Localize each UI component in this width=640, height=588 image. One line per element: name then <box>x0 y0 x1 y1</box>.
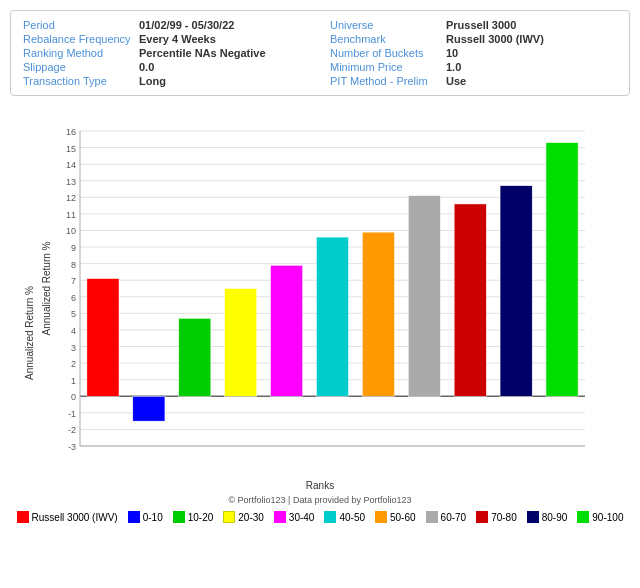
slippage-value: 0.0 <box>139 61 154 73</box>
svg-rect-41 <box>133 396 165 421</box>
svg-text:12: 12 <box>66 193 76 203</box>
x-axis-label: Ranks <box>306 480 334 491</box>
legend-label: 40-50 <box>339 512 365 523</box>
transaction-value: Long <box>139 75 166 87</box>
minprice-label: Minimum Price <box>330 61 440 73</box>
svg-text:10: 10 <box>66 226 76 236</box>
chart-legend: Russell 3000 (IWV)0-1010-2020-3030-4040-… <box>10 511 630 523</box>
svg-rect-50 <box>546 143 578 397</box>
period-row: Period 01/02/99 - 05/30/22 <box>23 19 310 31</box>
legend-color-box <box>173 511 185 523</box>
svg-rect-45 <box>316 237 348 396</box>
legend-label: Russell 3000 (IWV) <box>32 512 118 523</box>
legend-color-box <box>17 511 29 523</box>
legend-color-box <box>476 511 488 523</box>
svg-rect-43 <box>225 289 257 397</box>
legend-item: 80-90 <box>527 511 568 523</box>
svg-rect-49 <box>500 186 532 397</box>
chart-footer: © Portfolio123 | Data provided by Portfo… <box>10 495 630 505</box>
legend-label: 0-10 <box>143 512 163 523</box>
svg-rect-46 <box>362 232 394 396</box>
legend-color-box <box>324 511 336 523</box>
legend-color-box <box>426 511 438 523</box>
legend-item: Russell 3000 (IWV) <box>17 511 118 523</box>
svg-text:2: 2 <box>71 359 76 369</box>
svg-text:14: 14 <box>66 160 76 170</box>
svg-text:3: 3 <box>71 343 76 353</box>
bar-chart-svg: -3-2-1012345678910111213141516Annualized… <box>40 116 600 476</box>
svg-text:6: 6 <box>71 293 76 303</box>
slippage-row: Slippage 0.0 <box>23 61 310 73</box>
legend-item: 70-80 <box>476 511 517 523</box>
legend-color-box <box>128 511 140 523</box>
legend-item: 90-100 <box>577 511 623 523</box>
chart-svg-area: -3-2-1012345678910111213141516Annualized… <box>40 116 630 478</box>
legend-label: 10-20 <box>188 512 214 523</box>
legend-item: 30-40 <box>274 511 315 523</box>
period-label: Period <box>23 19 133 31</box>
legend-color-box <box>274 511 286 523</box>
pit-label: PIT Method - Prelim <box>330 75 440 87</box>
legend-label: 90-100 <box>592 512 623 523</box>
benchmark-value: Russell 3000 (IWV) <box>446 33 544 45</box>
legend-label: 50-60 <box>390 512 416 523</box>
legend-item: 50-60 <box>375 511 416 523</box>
buckets-value: 10 <box>446 47 458 59</box>
svg-text:4: 4 <box>71 326 76 336</box>
buckets-label: Number of Buckets <box>330 47 440 59</box>
legend-label: 30-40 <box>289 512 315 523</box>
ranking-row: Ranking Method Percentile NAs Negative <box>23 47 310 59</box>
universe-label: Universe <box>330 19 440 31</box>
legend-color-box <box>527 511 539 523</box>
svg-text:13: 13 <box>66 177 76 187</box>
transaction-row: Transaction Type Long <box>23 75 310 87</box>
svg-text:11: 11 <box>66 210 76 220</box>
benchmark-label: Benchmark <box>330 33 440 45</box>
legend-label: 60-70 <box>441 512 467 523</box>
chart-container: Annualized Return % -3-2-101234567891011… <box>10 106 630 505</box>
transaction-label: Transaction Type <box>23 75 133 87</box>
svg-text:Annualized Return %: Annualized Return % <box>41 241 52 335</box>
legend-item: 20-30 <box>223 511 264 523</box>
svg-text:7: 7 <box>71 276 76 286</box>
rebalance-row: Rebalance Frequency Every 4 Weeks <box>23 33 310 45</box>
svg-text:-2: -2 <box>68 425 76 435</box>
svg-rect-40 <box>87 279 119 397</box>
svg-text:-1: -1 <box>68 409 76 419</box>
legend-item: 40-50 <box>324 511 365 523</box>
ranking-label: Ranking Method <box>23 47 133 59</box>
legend-item: 10-20 <box>173 511 214 523</box>
universe-value: Prussell 3000 <box>446 19 516 31</box>
svg-text:9: 9 <box>71 243 76 253</box>
svg-text:5: 5 <box>71 309 76 319</box>
svg-rect-47 <box>408 196 440 397</box>
svg-text:0: 0 <box>71 392 76 402</box>
legend-label: 20-30 <box>238 512 264 523</box>
legend-item: 0-10 <box>128 511 163 523</box>
legend-color-box <box>375 511 387 523</box>
legend-color-box <box>577 511 589 523</box>
legend-label: 80-90 <box>542 512 568 523</box>
benchmark-row: Benchmark Russell 3000 (IWV) <box>330 33 617 45</box>
universe-row: Universe Prussell 3000 <box>330 19 617 31</box>
svg-rect-42 <box>179 318 211 396</box>
legend-label: 70-80 <box>491 512 517 523</box>
legend-item: 60-70 <box>426 511 467 523</box>
svg-rect-48 <box>454 204 486 396</box>
svg-rect-44 <box>271 265 303 396</box>
minprice-value: 1.0 <box>446 61 461 73</box>
rebalance-value: Every 4 Weeks <box>139 33 216 45</box>
ranking-value: Percentile NAs Negative <box>139 47 266 59</box>
pit-value: Use <box>446 75 466 87</box>
minprice-row: Minimum Price 1.0 <box>330 61 617 73</box>
svg-text:-3: -3 <box>68 442 76 452</box>
legend-color-box <box>223 511 235 523</box>
info-panel: Period 01/02/99 - 05/30/22 Universe Prus… <box>10 10 630 96</box>
svg-text:15: 15 <box>66 144 76 154</box>
y-axis-label: Annualized Return % <box>24 286 35 380</box>
svg-text:16: 16 <box>66 127 76 137</box>
svg-text:1: 1 <box>71 376 76 386</box>
svg-text:8: 8 <box>71 260 76 270</box>
rebalance-label: Rebalance Frequency <box>23 33 133 45</box>
slippage-label: Slippage <box>23 61 133 73</box>
